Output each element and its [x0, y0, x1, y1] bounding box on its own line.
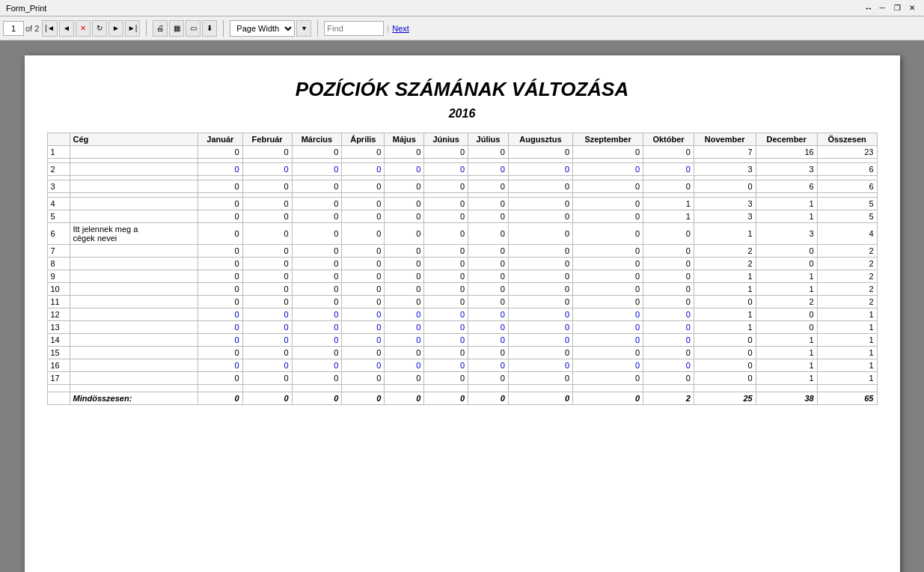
find-input[interactable] — [324, 21, 384, 36]
restore-button[interactable]: ❐ — [891, 3, 903, 13]
ceg-cell — [70, 180, 198, 193]
value-cell: 0 — [342, 198, 385, 210]
value-cell: 6 — [817, 163, 877, 176]
table-row: 90000000000112 — [47, 270, 877, 283]
value-cell: 0 — [508, 296, 572, 308]
value-cell: 1 — [817, 321, 877, 334]
total-value-cell: 0 — [508, 392, 572, 405]
value-cell: 0 — [242, 347, 292, 359]
value-cell: 0 — [508, 347, 572, 359]
value-cell: 0 — [292, 180, 342, 193]
value-cell: 0 — [385, 210, 424, 223]
value-cell: 0 — [342, 245, 385, 258]
value-cell: 0 — [424, 359, 468, 372]
close-button[interactable]: ✕ — [906, 3, 918, 13]
title-bar: Form_Print ↔ ─ ❐ ✕ — [0, 0, 924, 16]
value-cell: 0 — [198, 163, 243, 176]
row-num: 4 — [47, 198, 70, 210]
value-cell: 0 — [756, 321, 817, 334]
value-cell: 0 — [468, 146, 509, 159]
ceg-cell — [70, 258, 198, 270]
value-cell: 0 — [424, 146, 468, 159]
value-cell: 0 — [198, 245, 243, 258]
value-cell: 0 — [508, 198, 572, 210]
value-cell: 0 — [385, 245, 424, 258]
value-cell: 0 — [342, 347, 385, 359]
zoom-dropdown-button[interactable]: ▾ — [296, 20, 311, 37]
prev-page-button[interactable]: ◄ — [59, 20, 74, 37]
stop-button[interactable]: ✕ — [76, 20, 91, 37]
value-cell: 0 — [342, 359, 385, 372]
value-cell: 0 — [198, 270, 243, 283]
table-row: 160000000000011 — [47, 359, 877, 372]
value-cell: 2 — [756, 296, 817, 308]
value-cell: 6 — [817, 180, 877, 193]
layout-button[interactable]: ▦ — [169, 20, 184, 37]
table-row: 110000000000022 — [47, 296, 877, 308]
value-cell: 5 — [817, 210, 877, 223]
value-cell: 0 — [468, 334, 509, 347]
th-rownum — [47, 133, 70, 146]
value-cell: 0 — [694, 296, 756, 308]
export-button[interactable]: ⬇ — [202, 20, 217, 37]
value-cell: 0 — [198, 372, 243, 385]
value-cell: 0 — [508, 180, 572, 193]
value-cell: 0 — [242, 223, 292, 245]
value-cell: 0 — [468, 321, 509, 334]
value-cell: 0 — [198, 347, 243, 359]
value-cell: 0 — [292, 163, 342, 176]
refresh-button[interactable]: ↻ — [92, 20, 107, 37]
ceg-cell — [70, 359, 198, 372]
value-cell: 0 — [424, 296, 468, 308]
value-cell: 0 — [198, 359, 243, 372]
value-cell: 2 — [694, 245, 756, 258]
value-cell: 0 — [424, 334, 468, 347]
value-cell: 0 — [385, 258, 424, 270]
value-cell: 0 — [198, 146, 243, 159]
value-cell: 0 — [756, 258, 817, 270]
value-cell: 0 — [643, 270, 694, 283]
value-cell: 0 — [292, 223, 342, 245]
table-row: 20000000000336 — [47, 163, 877, 176]
value-cell: 0 — [342, 270, 385, 283]
minimize-button[interactable]: ─ — [876, 3, 888, 13]
value-cell: 3 — [694, 163, 756, 176]
value-cell: 0 — [468, 347, 509, 359]
value-cell: 0 — [342, 258, 385, 270]
ceg-cell — [70, 210, 198, 223]
value-cell: 0 — [643, 245, 694, 258]
ceg-cell — [70, 163, 198, 176]
next-page-button[interactable]: ► — [108, 20, 123, 37]
th-majus: Május — [385, 133, 424, 146]
th-december: December — [756, 133, 817, 146]
page-nav-group: of 2 — [3, 21, 39, 36]
value-cell: 0 — [424, 198, 468, 210]
value-cell: 0 — [573, 296, 643, 308]
value-cell: 0 — [424, 283, 468, 296]
value-cell: 1 — [694, 321, 756, 334]
value-cell: 0 — [385, 163, 424, 176]
value-cell: 0 — [292, 245, 342, 258]
page-number-input[interactable] — [3, 21, 24, 36]
value-cell: 0 — [643, 296, 694, 308]
value-cell: 0 — [468, 258, 509, 270]
table-row: 80000000000202 — [47, 258, 877, 270]
print-button[interactable]: 🖨 — [153, 20, 168, 37]
value-cell: 0 — [508, 270, 572, 283]
resize-icon: ↔ — [864, 3, 873, 13]
total-value-cell: 25 — [694, 392, 756, 405]
last-page-button[interactable]: ►| — [125, 20, 141, 37]
single-page-button[interactable]: ▭ — [186, 20, 201, 37]
value-cell: 0 — [242, 163, 292, 176]
zoom-select[interactable]: Page Width 100% — [230, 20, 295, 37]
value-cell: 3 — [756, 163, 817, 176]
value-cell: 0 — [468, 210, 509, 223]
value-cell: 0 — [694, 180, 756, 193]
value-cell: 3 — [694, 210, 756, 223]
main-area[interactable]: POZÍCIÓK SZÁMÁNAK VÁLTOZÁSA 2016 Cég Jan… — [0, 40, 924, 572]
value-cell: 0 — [385, 283, 424, 296]
th-oktober: Október — [643, 133, 694, 146]
next-link[interactable]: Next — [392, 24, 409, 33]
value-cell: 1 — [817, 308, 877, 321]
first-page-button[interactable]: |◄ — [42, 20, 58, 37]
